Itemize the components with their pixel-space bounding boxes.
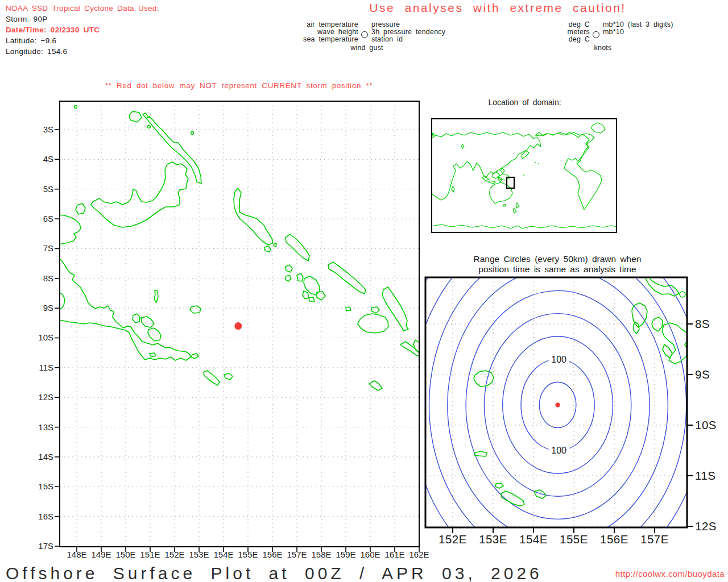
world-coastline-path (432, 133, 435, 136)
main-map-lat-tick-label: 16S (28, 512, 53, 521)
coastline-path (474, 451, 487, 456)
main-map-lat-tick-label: 7S (28, 243, 53, 253)
coastline-path (150, 353, 156, 357)
islet-outline (191, 132, 194, 135)
world-coastline-path (482, 176, 489, 181)
storm-datetime-label: Date/Time: 02/2330 UTC (6, 24, 159, 35)
unit-knots: knots (577, 44, 628, 52)
main-map-lon-tick-label: 156E (260, 550, 285, 559)
main-map-lat-tick-label: 17S (28, 541, 53, 551)
world-coastline-path (500, 168, 504, 173)
range-plot-title: Range Circles (every 50km) drawn when po… (427, 254, 688, 275)
main-map-lat-tick-label: 5S (28, 184, 53, 194)
range-lat-tick-label: 10S (695, 418, 728, 432)
coastline-path (141, 317, 154, 327)
range-plot-border (425, 277, 687, 527)
coastline-path (59, 215, 81, 244)
world-coastline-path (489, 182, 512, 203)
unit-deg-c-air: deg C (504, 21, 590, 28)
coastline-path (663, 344, 672, 358)
coastline-path (662, 323, 688, 364)
units-model-circle-icon (593, 31, 599, 38)
unit-meters: meters (504, 28, 590, 36)
coastline-path (303, 291, 309, 299)
legend-sea-temperature: sea temperature (245, 36, 358, 43)
storm-info-block: NOAA SSD Tropical Cyclone Data Used: Sto… (6, 3, 159, 57)
coastline-path (309, 297, 315, 301)
range-lon-tick-label: 154E (515, 533, 552, 546)
units-legend-left: deg C meters deg C (504, 21, 590, 43)
islet-outline (75, 106, 77, 109)
range-lon-tick-label: 155E (556, 533, 592, 546)
main-map-lon-tick-label: 159E (333, 550, 358, 559)
storm-position-dot (234, 322, 242, 330)
coastline-path (264, 246, 271, 252)
range-lat-tick-label: 11S (695, 469, 728, 483)
caution-title: Use analyses with extreme caution! (327, 1, 668, 15)
main-map-lat-tick-label: 8S (28, 273, 53, 283)
coastline-path (76, 203, 85, 214)
world-islet-dot (538, 163, 539, 164)
world-islet-dot (523, 174, 524, 176)
coastline-path (286, 265, 292, 272)
world-islet-dot (535, 162, 536, 163)
coastline-path (146, 117, 201, 184)
unit-mb10-last3: mb*10 (last 3 digits) (603, 21, 673, 28)
coastline-path (534, 490, 546, 498)
world-coastline-path (503, 204, 506, 206)
range-ring-label-bottom: 100 (551, 446, 566, 455)
domain-map-title: Location of domain: (449, 98, 600, 107)
islet-outline (680, 292, 685, 297)
world-coastline-path (461, 144, 464, 148)
range-lat-tick-label: 8S (695, 317, 728, 331)
coastline-path (204, 371, 220, 385)
coastline-path (191, 354, 198, 359)
world-map-layers (431, 123, 617, 228)
legend-station-id: station id (371, 36, 445, 43)
main-map-lat-tick-label: 3S (28, 124, 53, 134)
coastline-path (91, 162, 188, 227)
range-lat-tick-label: 9S (695, 368, 728, 381)
world-coastline-path (489, 181, 495, 184)
range-lon-tick-label: 157E (636, 533, 673, 546)
storm-latitude-label: Latitude: −9.6 (6, 35, 159, 46)
range-lon-tick-label: 152E (435, 533, 471, 546)
legend-wind-gust: wind gust (336, 44, 398, 52)
range-plot-layers: 100100 (420, 275, 704, 536)
range-lon-tick-label: 156E (596, 533, 632, 546)
range-lon-tick-label: 153E (475, 533, 511, 546)
main-map-lon-tick-label: 162E (407, 550, 432, 559)
storm-id-label: Storm: 90P (6, 14, 159, 24)
coastline-path (400, 342, 420, 356)
main-map-lon-tick-label: 148E (64, 550, 89, 559)
range-plot-title-line2: position time is same as analysis time (427, 264, 688, 275)
world-coastline-path (431, 132, 541, 200)
range-lat-tick-label: 12S (695, 519, 728, 533)
coastline-path (286, 234, 309, 261)
station-legend-right: pressure 3h pressure tendency station id (371, 21, 445, 43)
source-url-link[interactable]: http://coolwx.com/buoydata (547, 569, 725, 579)
main-map-lon-tick-label: 149E (89, 550, 114, 559)
coastline-path (154, 290, 158, 302)
main-map-lat-tick-label: 4S (28, 154, 53, 164)
coastline-path (297, 273, 303, 281)
coastline-path (382, 287, 408, 331)
coastline-path (133, 314, 140, 323)
coastline-path (274, 243, 276, 247)
domain-world-map (431, 118, 617, 233)
world-coastline-path (516, 203, 519, 208)
main-map-lon-tick-label: 154E (211, 550, 236, 559)
main-map-lon-tick-label: 158E (309, 550, 334, 559)
main-map-lon-tick-label: 152E (162, 550, 187, 559)
coastline-path (224, 373, 233, 380)
legend-air-temperature: air temperature (245, 21, 358, 28)
range-plot-title-line1: Range Circles (every 50km) drawn when (427, 254, 688, 264)
coastline-path (328, 262, 366, 294)
world-coastline-path (431, 225, 617, 228)
station-legend-left: air temperature wave height sea temperat… (245, 21, 358, 43)
coastline-path (358, 314, 388, 333)
main-map-lat-tick-label: 10S (28, 332, 53, 342)
coastline-path (346, 307, 351, 311)
world-coastline-path (513, 208, 516, 213)
storm-position-warning: ** Red dot below may NOT represent CURRE… (68, 81, 410, 90)
